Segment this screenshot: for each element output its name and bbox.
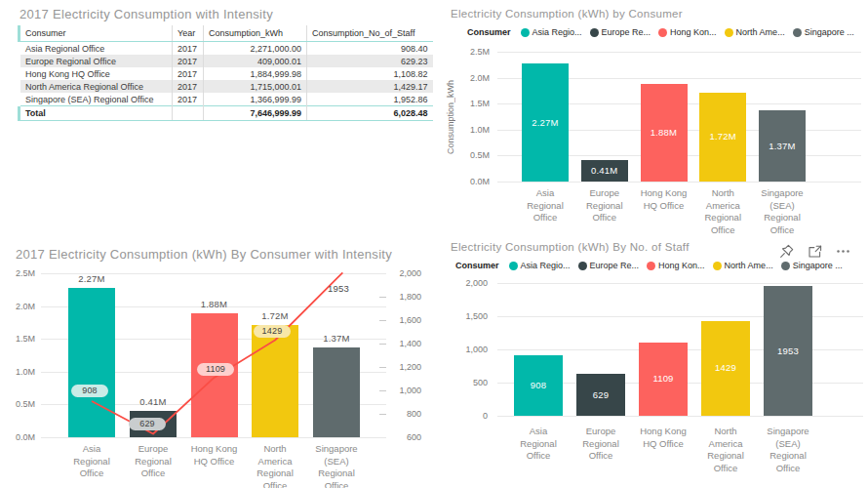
- y-axis-tick: 2.5M: [444, 47, 490, 57]
- y-axis-tick: 1,000: [444, 345, 488, 354]
- table-cell: North America Regional Office: [20, 80, 173, 93]
- y-axis-tick: 1,500: [444, 311, 488, 321]
- x-axis-category-label: Singapore(SEA)RegionalOffice: [749, 426, 827, 474]
- bar-chart-consumption-by-consumer: Electricity Consumption (kWh) by Consume…: [444, 0, 868, 240]
- table-header-cell: Year: [173, 25, 204, 42]
- gridline: [497, 182, 861, 183]
- table-total-cell: 6,028.48: [307, 106, 433, 121]
- line-value-label: 1109: [197, 363, 234, 376]
- table-header-cell: Consumer: [20, 25, 173, 42]
- bar-value-label: 1.37M: [759, 141, 806, 151]
- plot-area: 0.0M0.5M1.0M1.5M2.0M2.5M6008001,0001,200…: [0, 242, 439, 488]
- table-header-cell: Consumption_No_of_Staff: [307, 25, 433, 42]
- table-cell: 2017: [173, 42, 204, 56]
- table-total-row: Total7,646,999.996,028.48: [20, 106, 433, 121]
- y-axis-tick: 500: [444, 378, 488, 387]
- y-axis-tick: 1.5M: [444, 99, 490, 108]
- table-cell: Europe Regional Office: [20, 55, 173, 67]
- bar-value-label: 629: [576, 389, 625, 400]
- table-cell: 1,715,000.01: [204, 80, 307, 93]
- line-value-label: 1953: [323, 282, 354, 295]
- y-axis-tick: 2.0M: [444, 73, 490, 83]
- plot-area: 0.0M0.5M1.0M1.5M2.0M2.5M2.27M0.41M1.88M1…: [444, 0, 868, 240]
- table-header-cell: Consumption_kWh: [204, 25, 307, 42]
- combo-chart-consumption-with-intensity: 2017 Electricity Consumption (kWh) By Co…: [0, 242, 439, 488]
- x-axis-category-line: (SEA): [749, 438, 827, 451]
- table-cell: 409,000.01: [204, 55, 307, 67]
- table-cell: Hong Kong HQ Office: [20, 67, 173, 80]
- table-cell: 1,108.82: [307, 67, 433, 80]
- plot-area: 05001,0001,5002,000908629110914291953Asi…: [444, 234, 868, 488]
- table-row[interactable]: Hong Kong HQ Office20171,884,999.981,108…: [20, 67, 433, 80]
- table-cell: 2017: [173, 93, 204, 106]
- bar-value-label: 1.72M: [699, 131, 746, 142]
- consumption-table: ConsumerYearConsumption_kWhConsumption_N…: [18, 25, 433, 121]
- y-axis-tick: 0: [444, 411, 488, 421]
- table-row[interactable]: Asia Regional Office20172,271,000.00908.…: [20, 42, 433, 56]
- table-cell: 2017: [173, 55, 204, 67]
- x-axis-category-line: (SEA): [743, 200, 821, 213]
- table-cell: 1,952.86: [307, 93, 433, 106]
- bar-value-label: 1953: [764, 346, 812, 356]
- x-axis-category-line: Regional: [743, 212, 821, 224]
- line-value-label: 908: [71, 385, 108, 397]
- y-axis-tick: 1.0M: [444, 125, 490, 135]
- table-visual-panel: 2017 Electricity Consumption with Intens…: [8, 0, 439, 144]
- gridline: [497, 52, 861, 53]
- bar-chart-consumption-by-staff: Electricity Consumption (kWh) By No. of …: [444, 234, 868, 488]
- x-axis-category-line: Singapore: [749, 426, 827, 438]
- table-row[interactable]: North America Regional Office20171,715,0…: [20, 80, 433, 93]
- x-axis-category-line: Singapore: [743, 187, 821, 200]
- table-cell: 1,366,999.99: [204, 93, 307, 106]
- x-axis-category-line: Office: [749, 463, 827, 475]
- table-total-cell: 7,646,999.99: [204, 106, 307, 121]
- table-total-cell: Total: [20, 106, 173, 121]
- x-axis-category-line: Regional: [749, 450, 827, 463]
- bar-value-label: 1.88M: [641, 127, 688, 138]
- table-cell: 2,271,000.00: [204, 42, 307, 56]
- table-row[interactable]: Singapore (SEA) Regional Office20171,366…: [20, 93, 433, 106]
- table-cell: 908.40: [307, 42, 433, 56]
- powerbi-dashboard-canvas: 2017 Electricity Consumption with Intens…: [0, 0, 868, 488]
- table-row[interactable]: Europe Regional Office2017409,000.01629.…: [20, 55, 433, 67]
- x-axis-category-line: Office: [562, 450, 640, 463]
- x-axis-category-line: Office: [566, 212, 644, 224]
- table-cell: 1,884,999.98: [204, 67, 307, 80]
- x-axis-category-label: Singapore(SEA)RegionalOffice: [743, 187, 821, 236]
- table-cell: Singapore (SEA) Regional Office: [20, 93, 173, 106]
- table-cell: Asia Regional Office: [20, 42, 173, 56]
- bar-value-label: 908: [514, 380, 563, 390]
- gridline: [497, 283, 863, 284]
- table-title: 2017 Electricity Consumption with Intens…: [20, 7, 273, 21]
- table-total-cell: [173, 106, 204, 121]
- line-value-label: 1429: [254, 325, 291, 338]
- table-cell: 629.23: [307, 55, 433, 67]
- table-cell: 2017: [173, 67, 204, 80]
- table-cell: 1,429.17: [307, 80, 433, 93]
- bar-value-label: 1429: [701, 362, 750, 373]
- bar-value-label: 2.27M: [522, 117, 569, 128]
- y-axis-tick: 0.0M: [444, 177, 490, 186]
- bar-value-label: 1109: [639, 373, 688, 384]
- y-axis-tick: 2,000: [444, 278, 488, 288]
- line-value-label: 629: [129, 418, 166, 430]
- gridline: [497, 416, 863, 417]
- table-header: ConsumerYearConsumption_kWhConsumption_N…: [20, 25, 433, 42]
- table-cell: 2017: [173, 80, 204, 93]
- bar-value-label: 0.41M: [581, 165, 628, 176]
- y-axis-tick: 0.5M: [444, 150, 490, 160]
